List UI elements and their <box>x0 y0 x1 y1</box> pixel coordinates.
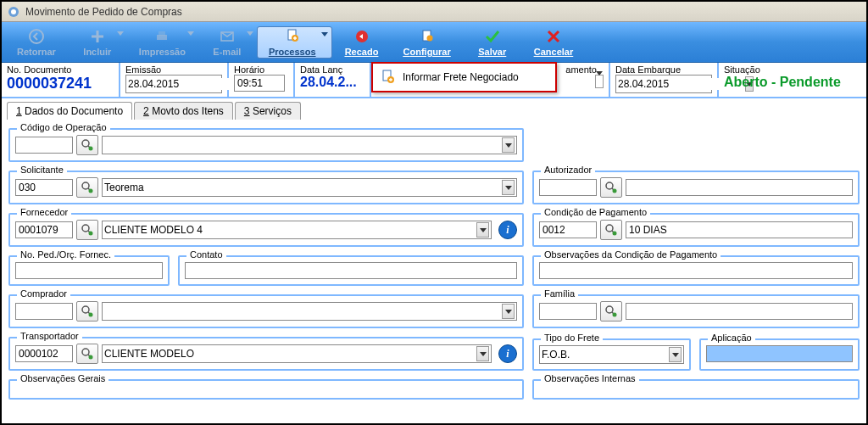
chevron-down-icon[interactable] <box>476 222 489 238</box>
cond-pag-search-button[interactable] <box>600 220 622 240</box>
obs-cond-pag-label: Observações da Condição de Pagamento <box>541 249 721 260</box>
svg-point-12 <box>89 147 93 151</box>
comprador-code[interactable] <box>15 303 73 320</box>
chevron-down-icon[interactable] <box>502 304 515 319</box>
search-icon <box>81 347 94 361</box>
svg-point-26 <box>89 355 93 360</box>
menu-informar-frete-negociado[interactable]: Informar Frete Negociado <box>376 66 553 88</box>
fornecedor-desc[interactable] <box>102 221 492 239</box>
codigo-operacao-search-button[interactable] <box>76 135 98 155</box>
document-plus-icon <box>284 28 301 45</box>
incluir-button[interactable]: Incluir <box>68 26 127 59</box>
svg-point-20 <box>613 232 617 236</box>
familia-code[interactable] <box>539 303 597 320</box>
chevron-down-icon[interactable] <box>595 75 604 88</box>
solicitante-code[interactable] <box>15 179 73 196</box>
fornecedor-info-button[interactable]: i <box>498 221 517 239</box>
configurar-button[interactable]: Configurar <box>392 26 463 59</box>
transportador-code[interactable] <box>15 345 73 362</box>
search-icon <box>81 181 94 194</box>
solicitante-search-button[interactable] <box>76 177 98 198</box>
data-embarque-picker[interactable] <box>615 75 712 93</box>
comprador-desc[interactable] <box>102 302 517 321</box>
autorizador-label: Autorizador <box>541 165 595 175</box>
aplicacao-label: Aplicação <box>708 333 755 343</box>
search-icon <box>81 223 94 237</box>
retornar-button[interactable]: Retornar <box>5 26 68 59</box>
transportador-info-button[interactable]: i <box>498 344 517 363</box>
cancelar-button[interactable]: Cancelar <box>522 26 585 59</box>
processos-button[interactable]: Processos <box>257 26 332 59</box>
chevron-down-icon[interactable] <box>502 180 515 195</box>
plus-icon <box>89 28 106 45</box>
tipo-frete-select[interactable] <box>539 345 684 364</box>
svg-point-14 <box>89 189 93 193</box>
tipo-frete-label: Tipo do Frete <box>541 333 603 343</box>
processos-menu: Informar Frete Negociado <box>371 62 557 92</box>
recado-button[interactable]: Recado <box>332 26 392 59</box>
data-lanc-label: Data Lanç <box>300 64 364 75</box>
fornecedor-search-button[interactable] <box>76 220 98 240</box>
contato-label: Contato <box>186 249 226 260</box>
comprador-label: Comprador <box>17 288 70 299</box>
tab-dados-documento[interactable]: 1 Dados do Documento <box>7 102 132 120</box>
aplicacao-input[interactable] <box>706 345 853 362</box>
contato-input[interactable] <box>185 262 517 279</box>
cond-pag-code[interactable] <box>539 221 597 238</box>
svg-point-1 <box>11 9 16 14</box>
app-icon <box>7 5 20 19</box>
svg-point-17 <box>82 225 89 232</box>
transportador-desc[interactable] <box>102 344 492 363</box>
codigo-operacao-code[interactable] <box>15 137 73 154</box>
tab-movto-itens[interactable]: 2 Movto dos Itens <box>134 102 233 120</box>
search-icon <box>81 138 94 152</box>
no-ped-orc-input[interactable] <box>15 262 163 279</box>
email-button[interactable]: E-mail <box>198 26 257 59</box>
horario-input[interactable] <box>234 75 285 92</box>
familia-search-button[interactable] <box>600 301 622 322</box>
autorizador-code[interactable] <box>539 179 597 196</box>
obs-cond-pag-input[interactable] <box>539 262 853 279</box>
svg-point-23 <box>606 306 613 313</box>
svg-point-16 <box>613 189 617 193</box>
main-toolbar: Retornar Incluir Impressão E-mail Proces… <box>2 22 866 63</box>
chevron-down-icon <box>321 32 328 36</box>
cond-pag-desc[interactable] <box>626 221 853 238</box>
transportador-search-button[interactable] <box>76 344 98 364</box>
svg-point-21 <box>82 306 89 313</box>
form-content: Código de Operação Solicitante <box>2 120 866 406</box>
svg-point-25 <box>82 349 89 355</box>
window-title: Movimento de Pedido de Compras <box>25 6 182 18</box>
search-icon <box>604 223 618 237</box>
svg-point-15 <box>606 182 613 189</box>
svg-point-24 <box>613 313 617 317</box>
tab-servicos[interactable]: 3 Serviços <box>235 102 301 120</box>
solicitante-label: Solicitante <box>17 165 67 175</box>
autorizador-search-button[interactable] <box>600 177 622 198</box>
comprador-search-button[interactable] <box>76 301 98 322</box>
codigo-operacao-label: Código de Operação <box>17 122 110 132</box>
codigo-operacao-desc[interactable] <box>102 136 517 154</box>
familia-desc[interactable] <box>626 303 853 320</box>
chevron-down-icon[interactable] <box>502 137 515 153</box>
salvar-button[interactable]: Salvar <box>463 26 522 59</box>
chevron-down-icon[interactable] <box>669 347 682 362</box>
situacao-label: Situação <box>724 64 861 75</box>
search-icon <box>81 305 94 318</box>
autorizador-desc[interactable] <box>626 179 853 196</box>
data-embarque-label: Data Embarque <box>615 64 712 75</box>
search-icon <box>604 181 618 194</box>
no-ped-orc-label: No. Ped./Orç. Fornec. <box>17 249 114 260</box>
fornecedor-code[interactable] <box>15 221 73 238</box>
menu-item-label: Informar Frete Negociado <box>403 71 519 83</box>
emissao-label: Emissão <box>125 64 222 75</box>
chevron-down-icon[interactable] <box>476 346 489 361</box>
svg-point-2 <box>30 30 43 43</box>
impressao-button[interactable]: Impressão <box>127 26 198 59</box>
no-documento-value: 0000037241 <box>7 75 114 92</box>
emissao-date-picker[interactable] <box>125 75 222 93</box>
mail-icon <box>219 28 236 45</box>
data-lanc-value: 28.04.2... <box>300 75 364 90</box>
familia-label: Família <box>541 288 578 299</box>
solicitante-desc[interactable] <box>102 178 517 197</box>
